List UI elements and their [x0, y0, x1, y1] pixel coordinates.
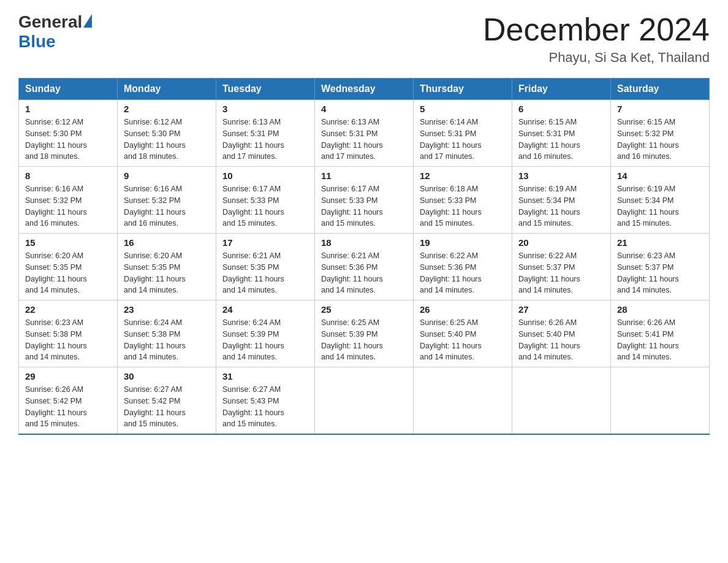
- week-row-4: 22Sunrise: 6:23 AMSunset: 5:38 PMDayligh…: [19, 301, 710, 367]
- month-year: December 2024: [483, 12, 710, 47]
- calendar-cell: 5Sunrise: 6:14 AMSunset: 5:31 PMDaylight…: [414, 100, 512, 167]
- calendar-cell: [315, 367, 414, 435]
- day-number: 13: [518, 170, 604, 181]
- day-info: Sunrise: 6:24 AMSunset: 5:39 PMDaylight:…: [222, 317, 308, 363]
- day-number: 10: [222, 170, 308, 181]
- day-info: Sunrise: 6:25 AMSunset: 5:39 PMDaylight:…: [321, 317, 407, 363]
- day-info: Sunrise: 6:20 AMSunset: 5:35 PMDaylight:…: [25, 250, 111, 296]
- calendar-cell: 13Sunrise: 6:19 AMSunset: 5:34 PMDayligh…: [512, 167, 611, 234]
- calendar-cell: 17Sunrise: 6:21 AMSunset: 5:35 PMDayligh…: [216, 234, 315, 301]
- calendar-cell: 6Sunrise: 6:15 AMSunset: 5:31 PMDaylight…: [512, 100, 611, 167]
- day-info: Sunrise: 6:26 AMSunset: 5:41 PMDaylight:…: [617, 317, 703, 363]
- calendar-cell: 11Sunrise: 6:17 AMSunset: 5:33 PMDayligh…: [315, 167, 414, 234]
- calendar-cell: 26Sunrise: 6:25 AMSunset: 5:40 PMDayligh…: [414, 301, 512, 367]
- day-info: Sunrise: 6:24 AMSunset: 5:38 PMDaylight:…: [124, 317, 210, 363]
- day-number: 25: [321, 304, 407, 315]
- logo-triangle-icon: [83, 14, 92, 28]
- day-number: 15: [25, 237, 111, 248]
- day-info: Sunrise: 6:12 AMSunset: 5:30 PMDaylight:…: [124, 117, 210, 163]
- calendar-cell: 16Sunrise: 6:20 AMSunset: 5:35 PMDayligh…: [118, 234, 216, 301]
- day-info: Sunrise: 6:22 AMSunset: 5:36 PMDaylight:…: [420, 250, 506, 296]
- calendar-cell: 14Sunrise: 6:19 AMSunset: 5:34 PMDayligh…: [611, 167, 710, 234]
- day-number: 31: [222, 371, 308, 381]
- day-number: 22: [25, 304, 111, 315]
- day-number: 20: [518, 237, 604, 248]
- calendar-cell: 29Sunrise: 6:26 AMSunset: 5:42 PMDayligh…: [19, 367, 118, 435]
- day-number: 19: [420, 237, 506, 248]
- day-number: 9: [124, 170, 210, 181]
- day-info: Sunrise: 6:21 AMSunset: 5:35 PMDaylight:…: [222, 250, 308, 296]
- page-header: General Blue December 2024 Phayu, Si Sa …: [18, 12, 710, 66]
- calendar-cell: 25Sunrise: 6:25 AMSunset: 5:39 PMDayligh…: [315, 301, 414, 367]
- calendar: SundayMondayTuesdayWednesdayThursdayFrid…: [18, 78, 710, 435]
- calendar-cell: 23Sunrise: 6:24 AMSunset: 5:38 PMDayligh…: [118, 301, 216, 367]
- day-info: Sunrise: 6:16 AMSunset: 5:32 PMDaylight:…: [25, 183, 111, 229]
- day-number: 11: [321, 170, 407, 181]
- calendar-cell: 22Sunrise: 6:23 AMSunset: 5:38 PMDayligh…: [19, 301, 118, 367]
- calendar-cell: [512, 367, 611, 435]
- location: Phayu, Si Sa Ket, Thailand: [483, 50, 710, 66]
- day-number: 17: [222, 237, 308, 248]
- calendar-cell: 8Sunrise: 6:16 AMSunset: 5:32 PMDaylight…: [19, 167, 118, 234]
- day-info: Sunrise: 6:27 AMSunset: 5:43 PMDaylight:…: [222, 384, 308, 430]
- day-info: Sunrise: 6:26 AMSunset: 5:42 PMDaylight:…: [25, 384, 111, 430]
- weekday-header-wednesday: Wednesday: [315, 79, 414, 100]
- day-number: 8: [25, 170, 111, 181]
- day-number: 23: [124, 304, 210, 315]
- calendar-cell: 28Sunrise: 6:26 AMSunset: 5:41 PMDayligh…: [611, 301, 710, 367]
- calendar-cell: 24Sunrise: 6:24 AMSunset: 5:39 PMDayligh…: [216, 301, 315, 367]
- calendar-cell: 21Sunrise: 6:23 AMSunset: 5:37 PMDayligh…: [611, 234, 710, 301]
- day-number: 24: [222, 304, 308, 315]
- day-number: 6: [518, 104, 604, 114]
- day-info: Sunrise: 6:27 AMSunset: 5:42 PMDaylight:…: [124, 384, 210, 430]
- calendar-cell: 7Sunrise: 6:15 AMSunset: 5:32 PMDaylight…: [611, 100, 710, 167]
- day-number: 27: [518, 304, 604, 315]
- week-row-5: 29Sunrise: 6:26 AMSunset: 5:42 PMDayligh…: [19, 367, 710, 435]
- logo-blue: Blue: [18, 32, 56, 51]
- day-info: Sunrise: 6:14 AMSunset: 5:31 PMDaylight:…: [420, 117, 506, 163]
- logo-blue-text: Blue: [18, 32, 56, 52]
- calendar-cell: 12Sunrise: 6:18 AMSunset: 5:33 PMDayligh…: [414, 167, 512, 234]
- logo-general: General: [18, 12, 82, 32]
- day-info: Sunrise: 6:17 AMSunset: 5:33 PMDaylight:…: [222, 183, 308, 229]
- day-info: Sunrise: 6:26 AMSunset: 5:40 PMDaylight:…: [518, 317, 604, 363]
- day-number: 30: [124, 371, 210, 381]
- weekday-header-tuesday: Tuesday: [216, 79, 315, 100]
- day-number: 16: [124, 237, 210, 248]
- day-number: 21: [617, 237, 703, 248]
- day-info: Sunrise: 6:13 AMSunset: 5:31 PMDaylight:…: [321, 117, 407, 163]
- day-number: 26: [420, 304, 506, 315]
- logo-text: General: [18, 12, 93, 32]
- day-number: 12: [420, 170, 506, 181]
- day-info: Sunrise: 6:21 AMSunset: 5:36 PMDaylight:…: [321, 250, 407, 296]
- weekday-header-saturday: Saturday: [611, 79, 710, 100]
- day-info: Sunrise: 6:16 AMSunset: 5:32 PMDaylight:…: [124, 183, 210, 229]
- calendar-cell: 31Sunrise: 6:27 AMSunset: 5:43 PMDayligh…: [216, 367, 315, 435]
- weekday-header-sunday: Sunday: [19, 79, 118, 100]
- day-number: 5: [420, 104, 506, 114]
- day-number: 28: [617, 304, 703, 315]
- calendar-cell: 20Sunrise: 6:22 AMSunset: 5:37 PMDayligh…: [512, 234, 611, 301]
- calendar-cell: 2Sunrise: 6:12 AMSunset: 5:30 PMDaylight…: [118, 100, 216, 167]
- day-number: 18: [321, 237, 407, 248]
- day-number: 3: [222, 104, 308, 114]
- day-info: Sunrise: 6:18 AMSunset: 5:33 PMDaylight:…: [420, 183, 506, 229]
- calendar-cell: 18Sunrise: 6:21 AMSunset: 5:36 PMDayligh…: [315, 234, 414, 301]
- day-number: 7: [617, 104, 703, 114]
- day-info: Sunrise: 6:20 AMSunset: 5:35 PMDaylight:…: [124, 250, 210, 296]
- calendar-cell: 10Sunrise: 6:17 AMSunset: 5:33 PMDayligh…: [216, 167, 315, 234]
- day-info: Sunrise: 6:12 AMSunset: 5:30 PMDaylight:…: [25, 117, 111, 163]
- day-number: 2: [124, 104, 210, 114]
- day-number: 14: [617, 170, 703, 181]
- calendar-cell: [611, 367, 710, 435]
- calendar-cell: 3Sunrise: 6:13 AMSunset: 5:31 PMDaylight…: [216, 100, 315, 167]
- week-row-1: 1Sunrise: 6:12 AMSunset: 5:30 PMDaylight…: [19, 100, 710, 167]
- calendar-cell: 9Sunrise: 6:16 AMSunset: 5:32 PMDaylight…: [118, 167, 216, 234]
- calendar-cell: 15Sunrise: 6:20 AMSunset: 5:35 PMDayligh…: [19, 234, 118, 301]
- day-info: Sunrise: 6:17 AMSunset: 5:33 PMDaylight:…: [321, 183, 407, 229]
- title-block: December 2024 Phayu, Si Sa Ket, Thailand: [483, 12, 710, 66]
- weekday-header-row: SundayMondayTuesdayWednesdayThursdayFrid…: [19, 79, 710, 100]
- week-row-2: 8Sunrise: 6:16 AMSunset: 5:32 PMDaylight…: [19, 167, 710, 234]
- day-info: Sunrise: 6:15 AMSunset: 5:31 PMDaylight:…: [518, 117, 604, 163]
- day-info: Sunrise: 6:22 AMSunset: 5:37 PMDaylight:…: [518, 250, 604, 296]
